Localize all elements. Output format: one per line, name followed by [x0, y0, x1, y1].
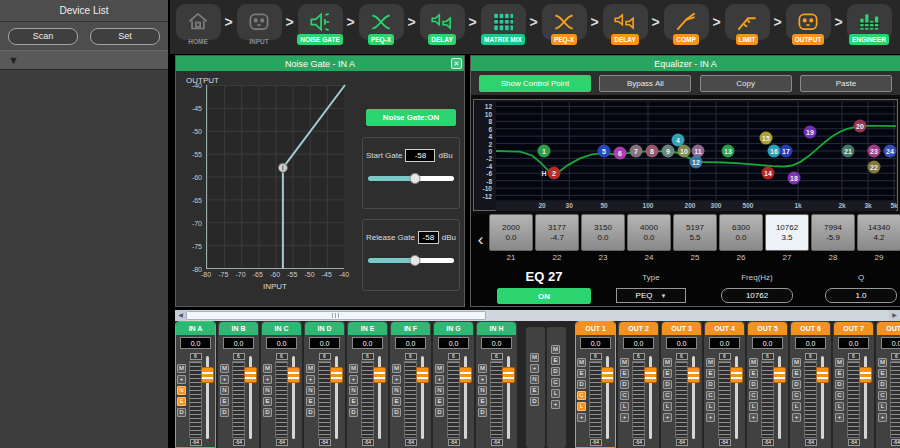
start-gate-slider[interactable] [368, 176, 454, 181]
channel-button-m[interactable]: M [349, 364, 358, 373]
output-master-strip[interactable]: MEDCL+ [547, 327, 566, 448]
channel-strip-out-4[interactable]: OUT 40.0MEDCL+6-64 [704, 321, 745, 448]
eq-point-19[interactable]: 19 [804, 125, 817, 138]
eq-point-10[interactable]: 10 [678, 145, 691, 158]
channel-button-e[interactable]: E [349, 397, 358, 406]
freq-field[interactable]: 10762 [721, 288, 793, 303]
fader-track[interactable] [773, 356, 786, 439]
channel-gain-value[interactable]: 0.0 [623, 337, 654, 349]
copy-button[interactable]: Copy [700, 75, 792, 92]
channel-button-n[interactable]: N [220, 386, 229, 395]
fader-track[interactable] [330, 356, 343, 439]
channel-strip-in-a[interactable]: IN A0.0M+NED6-64 [175, 321, 216, 448]
channel-button-m[interactable]: M [577, 358, 586, 367]
channel-button-e[interactable]: E [620, 369, 629, 378]
release-gate-value[interactable]: -58 [418, 231, 439, 244]
bypass-all-button[interactable]: Bypass All [599, 75, 691, 92]
channel-button-l[interactable]: L [878, 402, 887, 411]
fader-handle[interactable] [287, 367, 300, 383]
channel-strip-out-6[interactable]: OUT 60.0MEDCL+6-64 [790, 321, 831, 448]
channel-button-m[interactable]: M [177, 364, 186, 373]
channel-button-l[interactable]: L [749, 402, 758, 411]
channel-button-c[interactable]: C [706, 391, 715, 400]
channel-button-plus[interactable]: + [620, 413, 629, 422]
channel-strip-out-1[interactable]: OUT 10.0MEDCL+6-64 [575, 321, 616, 448]
channel-button-plus[interactable]: + [577, 413, 586, 422]
channel-strip-in-e[interactable]: IN E0.0M+NED6-64 [347, 321, 388, 448]
channel-button-e[interactable]: E [177, 397, 186, 406]
channel-button-l[interactable]: L [620, 402, 629, 411]
nav-item-peq-x[interactable]: PEQ-X [357, 0, 405, 45]
band-cell[interactable]: 51975.5 [673, 214, 717, 251]
fader-handle[interactable] [730, 367, 743, 383]
eq-point-7[interactable]: 7 [630, 145, 643, 158]
band-25[interactable]: 51975.525 [673, 214, 717, 266]
band-cell[interactable]: 40000.0 [627, 214, 671, 251]
channel-button-plus[interactable]: + [478, 375, 487, 384]
channel-button-n[interactable]: N [349, 386, 358, 395]
fader-handle[interactable] [687, 367, 700, 383]
channel-button-e[interactable]: E [577, 369, 586, 378]
eq-point-24[interactable]: 24 [884, 145, 897, 158]
nav-item-engineer[interactable]: ENGINEER [845, 0, 893, 45]
channel-button-d[interactable]: D [349, 408, 358, 417]
scan-button[interactable]: Scan [8, 28, 78, 45]
channel-button-plus[interactable]: + [263, 375, 272, 384]
channel-button-e[interactable]: E [663, 369, 672, 378]
eq-on-button[interactable]: ON [497, 288, 591, 304]
channel-button-l[interactable]: L [706, 402, 715, 411]
master-button-e[interactable]: E [530, 386, 539, 395]
q-field[interactable]: 1.0 [825, 288, 897, 303]
channel-button-e[interactable]: E [220, 397, 229, 406]
channel-button-m[interactable]: M [263, 364, 272, 373]
band-22[interactable]: 3177-4.722 [535, 214, 579, 266]
fader-handle[interactable] [859, 367, 872, 383]
set-button[interactable]: Set [90, 28, 160, 45]
fader-handle[interactable] [373, 367, 386, 383]
channel-button-plus[interactable]: + [792, 413, 801, 422]
fader-handle[interactable] [201, 367, 214, 383]
channel-button-c[interactable]: C [835, 391, 844, 400]
channel-button-l[interactable]: L [663, 402, 672, 411]
fader-handle[interactable] [502, 367, 515, 383]
channel-button-m[interactable]: M [792, 358, 801, 367]
eq-point-1[interactable]: 1 [538, 145, 551, 158]
fader-track[interactable] [244, 356, 257, 439]
channel-button-m[interactable]: M [706, 358, 715, 367]
channel-button-n[interactable]: N [478, 386, 487, 395]
scroll-left-icon[interactable]: ◀ [175, 310, 186, 321]
channel-button-plus[interactable]: + [220, 375, 229, 384]
fader-track[interactable] [373, 356, 386, 439]
channel-gain-value[interactable]: 0.0 [180, 337, 211, 349]
fader-track[interactable] [687, 356, 700, 439]
nav-item-delay[interactable]: DELAY [418, 0, 466, 45]
channel-button-m[interactable]: M [749, 358, 758, 367]
eq-point-6[interactable]: 6 [614, 147, 627, 160]
channel-button-d[interactable]: D [706, 380, 715, 389]
channel-button-d[interactable]: D [792, 380, 801, 389]
fader-track[interactable] [730, 356, 743, 439]
channel-button-c[interactable]: C [663, 391, 672, 400]
channel-button-l[interactable]: L [835, 402, 844, 411]
master-button-plus[interactable]: + [551, 400, 560, 409]
eq-point-20[interactable]: 20 [854, 119, 867, 132]
channel-button-m[interactable]: M [392, 364, 401, 373]
fader-handle[interactable] [459, 367, 472, 383]
channel-gain-value[interactable]: 0.0 [481, 337, 512, 349]
channel-gain-value[interactable]: 0.0 [795, 337, 826, 349]
channel-button-m[interactable]: M [478, 364, 487, 373]
fader-track[interactable] [816, 356, 829, 439]
channel-strip-out-8[interactable]: OUT 80.0MEDCL+6-64 [876, 321, 900, 448]
channel-button-m[interactable]: M [306, 364, 315, 373]
channel-button-d[interactable]: D [577, 380, 586, 389]
band-scroll-left-icon[interactable]: ‹ [473, 214, 488, 266]
channel-button-d[interactable]: D [663, 380, 672, 389]
fader-handle[interactable] [601, 367, 614, 383]
fader-handle[interactable] [416, 367, 429, 383]
channel-button-plus[interactable]: + [349, 375, 358, 384]
channel-strip-in-h[interactable]: IN H0.0M+NED6-64 [476, 321, 517, 448]
channel-button-e[interactable]: E [392, 397, 401, 406]
equalizer-plot[interactable]: 12H567894101112131514161718192120222324 [496, 102, 896, 200]
channel-button-e[interactable]: E [263, 397, 272, 406]
channel-button-m[interactable]: M [220, 364, 229, 373]
